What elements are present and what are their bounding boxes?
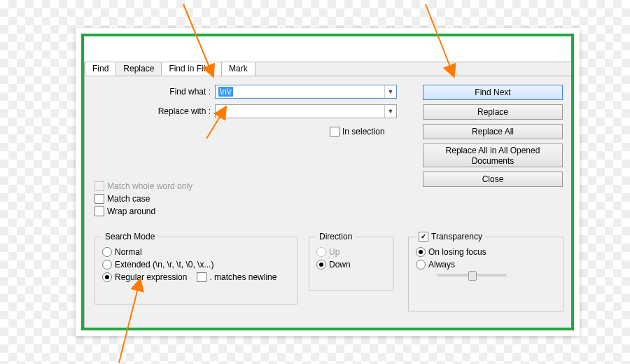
in-selection-checkbox[interactable]: In selection [330,127,385,136]
transparency-slider[interactable] [437,274,507,276]
matches-newline-checkbox[interactable]: . matches newline [197,272,276,282]
transparency-legend: ✔Transparency [416,232,485,241]
match-whole-word-checkbox: Match whole word only [94,181,192,191]
replace-all-button[interactable]: Replace All [423,124,563,139]
transparency-losing-focus-radio[interactable]: On losing focus [416,247,556,257]
match-case-label: Match case [107,194,150,204]
green-frame: Find Replace Find in Files Mark Find Nex… [81,34,574,330]
direction-up-radio: Up [316,247,386,257]
direction-legend: Direction [316,232,355,241]
tab-find-in-files[interactable]: Find in Files [161,62,222,76]
transparency-group: ✔Transparency On losing focus Always [408,232,564,312]
replace-with-label: Replace with : [85,106,215,116]
demo-card: Find Replace Find in Files Mark Find Nex… [76,28,580,336]
replace-with-input[interactable]: ▼ [215,104,397,118]
tab-strip: Find Replace Find in Files Mark [85,62,571,76]
tab-find[interactable]: Find [85,62,116,76]
search-mode-legend: Search Mode [102,232,158,241]
transparency-always-radio[interactable]: Always [416,260,556,270]
chevron-down-icon[interactable]: ▼ [384,105,396,118]
match-case-checkbox[interactable]: Match case [94,194,192,204]
chevron-down-icon[interactable]: ▼ [384,85,396,98]
transparency-checkbox[interactable]: ✔Transparency [419,232,482,241]
tab-mark[interactable]: Mark [221,62,255,76]
find-what-input[interactable]: \n\r ▼ [215,85,397,99]
close-button[interactable]: Close [423,172,563,187]
search-mode-regex-radio[interactable]: Regular expression [102,272,187,282]
replace-all-open-button[interactable]: Replace All in All Opened Documents [423,144,563,167]
direction-group: Direction Up Down [309,232,394,290]
direction-down-radio[interactable]: Down [316,260,386,270]
find-what-label: Find what : [85,87,215,97]
search-mode-group: Search Mode Normal Extended (\n, \r, \t,… [94,232,298,304]
wrap-around-label: Wrap around [107,206,155,216]
replace-dialog: Find Replace Find in Files Mark Find Nex… [84,62,571,328]
search-mode-normal-radio[interactable]: Normal [102,247,290,257]
match-whole-word-label: Match whole word only [107,181,192,191]
in-selection-label: In selection [342,127,385,136]
search-mode-extended-radio[interactable]: Extended (\n, \r, \t, \0, \x...) [102,260,290,270]
wrap-around-checkbox[interactable]: Wrap around [94,206,192,216]
tab-replace[interactable]: Replace [115,62,162,76]
